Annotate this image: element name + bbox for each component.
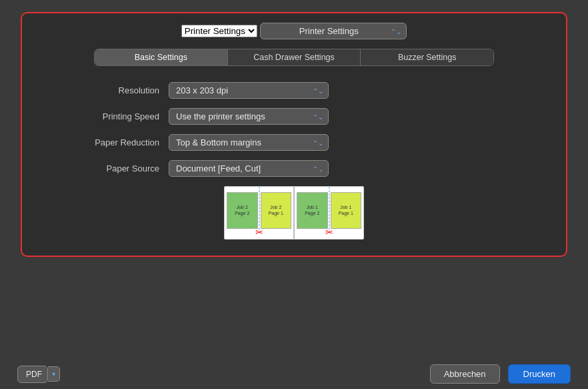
bottom-bar: PDF ▾ Abbrechen Drucken: [0, 355, 588, 389]
tab-basic-settings[interactable]: Basic Settings: [95, 49, 228, 65]
paper-reduction-label: Paper Reduction: [53, 137, 159, 147]
printing-speed-select-wrapper: Use the printer settings Slow Medium Fas…: [169, 108, 329, 125]
tabs-row: Basic Settings Cash Drawer Settings Buzz…: [94, 49, 494, 66]
tab-cash-drawer[interactable]: Cash Drawer Settings: [228, 49, 361, 65]
resolution-select[interactable]: 203 x 203 dpi 300 x 300 dpi: [169, 82, 329, 99]
settings-area: Resolution 203 x 203 dpi 300 x 300 dpi P…: [33, 78, 555, 244]
chevron-down-icon: ▾: [52, 370, 55, 378]
pdf-wrapper: PDF ▾: [17, 366, 60, 383]
pdf-button[interactable]: PDF: [17, 366, 48, 383]
tab-buzzer[interactable]: Buzzer Settings: [361, 49, 493, 65]
paper-reduction-select-wrapper: Top & Bottom margins Top margin only Bot…: [169, 134, 329, 151]
paper-source-select-wrapper: Document [Feed, Cut] Document [Feed] Doc…: [169, 160, 329, 177]
printer-selector-row: Printer Settings Printer Settings: [181, 23, 407, 39]
printing-speed-row: Printing Speed Use the printer settings …: [53, 108, 535, 125]
cancel-button[interactable]: Abbrechen: [430, 364, 500, 384]
right-buttons: Abbrechen Drucken: [430, 364, 571, 384]
paper-source-row: Paper Source Document [Feed, Cut] Docume…: [53, 160, 535, 177]
printer-selector[interactable]: Printer Settings: [181, 25, 257, 37]
printer-dropdown[interactable]: Printer Settings: [260, 23, 407, 39]
paper-reduction-select[interactable]: Top & Bottom margins Top margin only Bot…: [169, 134, 329, 151]
printer-selector-wrapper: Printer Settings Printer Settings: [181, 23, 407, 39]
resolution-select-wrapper: 203 x 203 dpi 300 x 300 dpi: [169, 82, 329, 99]
print-button[interactable]: Drucken: [508, 364, 571, 384]
pdf-label: PDF: [26, 370, 42, 379]
paper-source-label: Paper Source: [53, 163, 159, 173]
paper-source-select[interactable]: Document [Feed, Cut] Document [Feed] Doc…: [169, 160, 329, 177]
paper-reduction-row: Paper Reduction Top & Bottom margins Top…: [53, 134, 535, 151]
main-panel: Printer Settings Printer Settings Basic …: [21, 12, 567, 257]
diagram-image: Job 2Page 2 Job 2Page 1 ✂ Job 1Page 2: [224, 186, 364, 240]
paper-diagram: Job 2Page 2 Job 2Page 1 ✂ Job 1Page 2: [53, 186, 535, 240]
pdf-dropdown-button[interactable]: ▾: [48, 366, 60, 382]
printing-speed-label: Printing Speed: [53, 111, 159, 121]
printing-speed-select[interactable]: Use the printer settings Slow Medium Fas…: [169, 108, 329, 125]
resolution-row: Resolution 203 x 203 dpi 300 x 300 dpi: [53, 82, 535, 99]
resolution-label: Resolution: [53, 85, 159, 95]
